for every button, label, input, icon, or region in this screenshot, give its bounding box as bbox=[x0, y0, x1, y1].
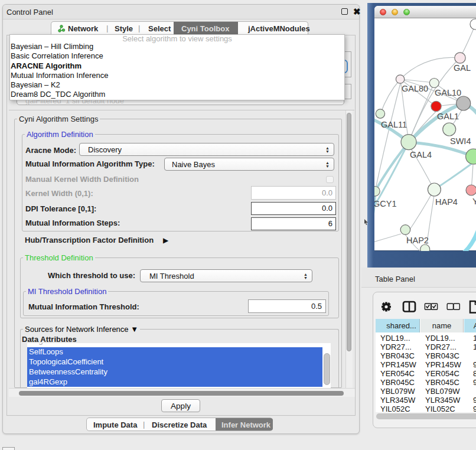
svg-text:GAL1: GAL1 bbox=[437, 112, 459, 121]
svg-text:GAL4: GAL4 bbox=[410, 150, 432, 159]
svg-text:HAP4: HAP4 bbox=[435, 197, 458, 207]
svg-text:Y: Y bbox=[472, 197, 476, 206]
svg-text:HAP2: HAP2 bbox=[406, 236, 429, 245]
svg-text:SWI4: SWI4 bbox=[450, 136, 471, 146]
svg-text:GCY1: GCY1 bbox=[374, 199, 397, 208]
svg-text:GAL10: GAL10 bbox=[435, 88, 461, 97]
svg-text:GAL11: GAL11 bbox=[381, 120, 407, 129]
svg-text:GAL80: GAL80 bbox=[402, 84, 428, 93]
svg-text:GAL: GAL bbox=[454, 63, 471, 73]
